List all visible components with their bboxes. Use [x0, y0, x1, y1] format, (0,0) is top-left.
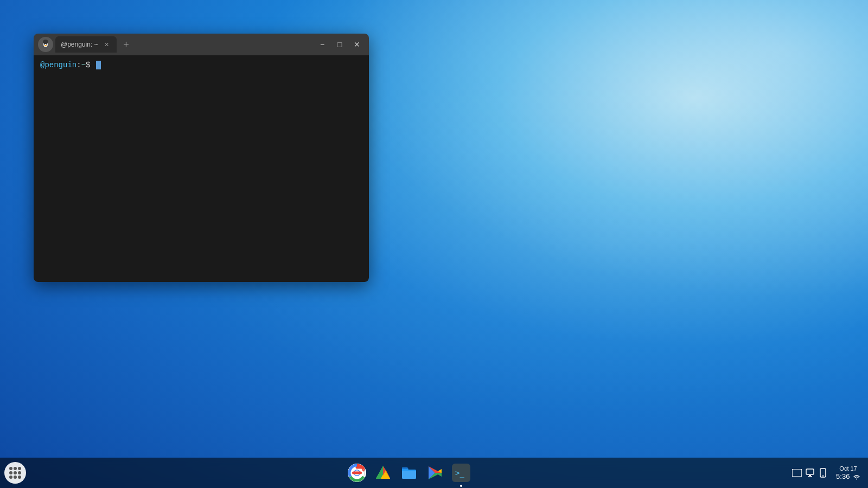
- terminal-penguin-icon-button[interactable]: [38, 37, 53, 52]
- minimize-button[interactable]: −: [315, 37, 330, 52]
- svg-rect-22: [806, 469, 814, 474]
- date-display: Oct 17: [839, 465, 857, 472]
- terminal-tab-close-button[interactable]: ✕: [103, 40, 111, 49]
- phone-tray-icon: [818, 467, 828, 478]
- launcher-button[interactable]: [4, 462, 26, 484]
- svg-point-4: [44, 45, 47, 46]
- maximize-icon: □: [337, 40, 342, 49]
- close-small-icon: ✕: [104, 41, 109, 48]
- taskbar-left: [4, 462, 26, 484]
- playstore-icon: [426, 464, 444, 482]
- maximize-button[interactable]: □: [332, 37, 347, 52]
- minimize-icon: −: [320, 40, 324, 49]
- svg-rect-21: [792, 469, 802, 477]
- terminal-window: @penguin: ~ ✕ + − □ ✕: [34, 34, 369, 282]
- dock-app-files[interactable]: [397, 461, 421, 485]
- terminal-cursor: [96, 61, 101, 69]
- svg-rect-11: [352, 472, 362, 474]
- window-tray-icon: [792, 467, 802, 478]
- terminal-dock-icon: >_: [452, 464, 470, 482]
- close-button[interactable]: ✕: [349, 37, 365, 52]
- time-display: 5:36: [836, 472, 860, 481]
- svg-rect-24: [808, 476, 812, 477]
- prompt-dollar: $: [86, 61, 95, 69]
- prompt-user: @penguin: [40, 61, 76, 69]
- dock-app-terminal[interactable]: >_: [449, 461, 473, 485]
- plus-icon: +: [123, 39, 129, 50]
- chrome-icon: [348, 464, 366, 482]
- tray-icons[interactable]: [792, 467, 828, 478]
- drive-icon: [374, 464, 392, 482]
- svg-rect-26: [822, 476, 824, 477]
- dock-app-playstore[interactable]: [423, 461, 447, 485]
- taskbar: >_: [0, 458, 868, 488]
- desktop: @penguin: ~ ✕ + − □ ✕: [0, 0, 868, 488]
- svg-rect-23: [809, 475, 811, 476]
- penguin-icon: [41, 40, 50, 49]
- svg-text:>_: >_: [455, 468, 464, 478]
- wifi-icon: [853, 473, 860, 480]
- taskbar-center: >_: [26, 461, 792, 485]
- terminal-tab-title: @penguin: ~: [61, 41, 98, 48]
- time-date-display[interactable]: Oct 17 5:36: [833, 464, 864, 482]
- taskbar-right: Oct 17 5:36: [792, 464, 864, 482]
- svg-point-5: [43, 40, 48, 44]
- launcher-icon: [9, 467, 21, 479]
- terminal-prompt-line: @penguin : ~ $: [40, 61, 362, 69]
- close-icon: ✕: [354, 40, 360, 49]
- prompt-separator: :: [76, 61, 81, 69]
- terminal-titlebar: @penguin: ~ ✕ + − □ ✕: [34, 34, 369, 55]
- terminal-tab[interactable]: @penguin: ~ ✕: [55, 36, 117, 53]
- terminal-new-tab-button[interactable]: +: [119, 37, 134, 52]
- prompt-path: ~: [81, 61, 86, 69]
- svg-point-27: [856, 479, 857, 480]
- dock-app-chrome[interactable]: [345, 461, 369, 485]
- window-controls: − □ ✕: [315, 37, 365, 52]
- display-tray-icon: [805, 467, 815, 478]
- dock-app-drive[interactable]: [371, 461, 395, 485]
- terminal-body[interactable]: @penguin : ~ $: [34, 55, 369, 282]
- files-icon: [400, 464, 418, 482]
